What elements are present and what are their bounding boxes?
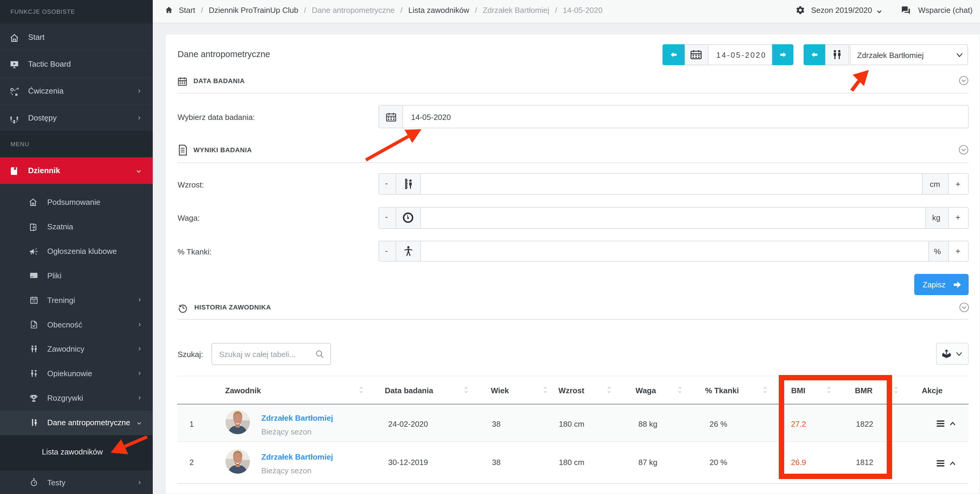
svg-text:31: 31 [32,299,36,303]
